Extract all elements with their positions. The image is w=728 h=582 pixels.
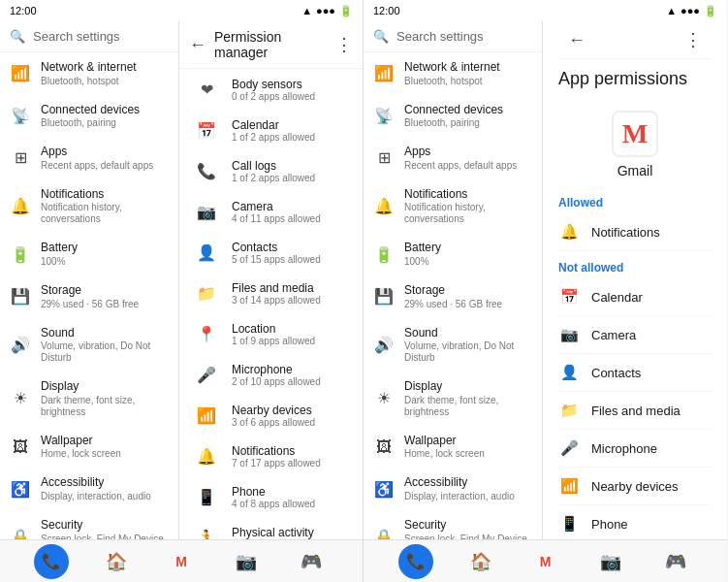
sidebar-item-right-battery[interactable]: 🔋 Battery 100% — [364, 233, 542, 275]
sidebar-item-battery[interactable]: 🔋 Battery 100% — [0, 233, 178, 275]
sidebar-item-sound[interactable]: 🔊 Sound Volume, vibration, Do Not Distur… — [0, 318, 178, 372]
status-bar-left: 12:00 ▲ ●●● 🔋 — [0, 0, 363, 21]
sidebar-item-right-display[interactable]: ☀ Display Dark theme, font size, brightn… — [364, 372, 542, 426]
text-accessibility: Accessibility Display, interaction, audi… — [41, 475, 151, 502]
perm-item-calendar[interactable]: 📅 Calendar 1 of 2 apps allowed — [179, 110, 363, 150]
sidebar-item-wallpaper[interactable]: 🖼 Wallpaper Home, lock screen — [0, 426, 178, 469]
nav-gmail-left[interactable]: M — [164, 544, 199, 579]
perm-item-phone[interactable]: 📱 Phone 4 of 8 apps allowed — [179, 476, 363, 517]
left-panel-split: 🔍 Search settings 📶 Network & internet B… — [0, 21, 363, 539]
app-name-label: Gmail — [617, 163, 653, 178]
text-right-battery: Battery 100% — [404, 241, 441, 268]
perm-icon-camera: 📷 — [193, 198, 220, 225]
sidebar-item-network[interactable]: 📶 Network & internet Bluetooth, hotspot — [0, 52, 178, 95]
sidebar-item-right-notifications[interactable]: 🔔 Notifications Notification history, co… — [364, 179, 542, 234]
nav-camera-left[interactable]: 📷 — [229, 544, 264, 579]
perm-item-files[interactable]: 📁 Files and media 3 of 14 apps allowed — [179, 273, 363, 313]
icon-battery: 🔋 — [10, 243, 31, 265]
not-allowed-item-nearby[interactable]: 📶 Nearby devices — [558, 468, 712, 505]
perm-item-body[interactable]: ❤ Body sensors 0 of 2 apps allowed — [179, 69, 363, 110]
not-allowed-label-camera: Camera — [591, 328, 636, 342]
not-allowed-icon-files: 📁 — [558, 400, 580, 421]
sidebar-item-right-connected[interactable]: 📡 Connected devices Bluetooth, pairing — [364, 95, 542, 138]
sidebar-item-right-sound[interactable]: 🔊 Sound Volume, vibration, Do Not Distur… — [364, 318, 542, 372]
permission-list: ❤ Body sensors 0 of 2 apps allowed 📅 Cal… — [179, 69, 363, 539]
sidebar-item-display[interactable]: ☀ Display Dark theme, font size, brightn… — [0, 372, 178, 426]
more-button-app-perm[interactable]: ⋮ — [684, 29, 702, 50]
perm-icon-nearby: 📶 — [193, 402, 220, 429]
perm-text-phone: Phone 4 of 8 apps allowed — [232, 485, 315, 509]
perm-item-contacts[interactable]: 👤 Contacts 5 of 15 apps allowed — [179, 232, 363, 273]
allowed-item-notif[interactable]: 🔔 Notifications — [558, 213, 712, 251]
sidebar-item-storage[interactable]: 💾 Storage 29% used · 56 GB free — [0, 275, 178, 318]
sidebar-item-accessibility[interactable]: ♿ Accessibility Display, interaction, au… — [0, 468, 178, 510]
perm-item-camera[interactable]: 📷 Camera 4 of 11 apps allowed — [179, 191, 363, 232]
not-allowed-icon-microphone: 🎤 — [558, 437, 580, 459]
gmail-icon: M — [612, 111, 658, 157]
sidebar-item-right-accessibility[interactable]: ♿ Accessibility Display, interaction, au… — [364, 468, 542, 510]
right-phone-panel: 12:00 ▲ ●●● 🔋 🔍 Search settings 📶 Networ… — [364, 0, 727, 582]
not-allowed-item-camera[interactable]: 📷 Camera — [558, 316, 712, 354]
perm-item-notifications[interactable]: 🔔 Notifications 7 of 17 apps allowed — [179, 436, 363, 476]
status-icons-left: ▲ ●●● 🔋 — [301, 5, 353, 17]
icon-apps: ⊞ — [10, 147, 31, 169]
perm-item-location[interactable]: 📍 Location 1 of 9 apps allowed — [179, 313, 363, 354]
perm-icon-location: 📍 — [193, 320, 220, 347]
text-right-accessibility: Accessibility Display, interaction, audi… — [404, 475, 515, 502]
perm-text-calendar: Calendar 1 of 2 apps allowed — [232, 118, 315, 143]
icon-right-sound: 🔊 — [373, 334, 395, 355]
perm-text-nearby: Nearby devices 3 of 6 apps allowed — [232, 404, 315, 428]
text-right-storage: Storage 29% used · 56 GB free — [404, 283, 502, 310]
not-allowed-item-phone[interactable]: 📱 Phone — [558, 505, 712, 539]
not-allowed-icon-camera: 📷 — [558, 324, 580, 345]
nav-games-right[interactable]: 🎮 — [658, 544, 693, 579]
perm-item-calllogs[interactable]: 📞 Call logs 1 of 2 apps allowed — [179, 150, 363, 191]
sidebar-item-connected[interactable]: 📡 Connected devices Bluetooth, pairing — [0, 95, 178, 138]
perm-icon-physical: 🏃 — [193, 524, 220, 539]
sidebar-item-notifications[interactable]: 🔔 Notifications Notification history, co… — [0, 179, 178, 234]
not-allowed-item-microphone[interactable]: 🎤 Microphone — [558, 430, 712, 468]
icon-accessibility: ♿ — [10, 478, 31, 500]
nav-home-left[interactable]: 🏠 — [99, 544, 134, 579]
nav-phone-left[interactable]: 📞 — [34, 544, 69, 579]
search-bar-left[interactable]: 🔍 Search settings — [0, 21, 178, 52]
not-allowed-label-contacts: Contacts — [591, 366, 641, 380]
perm-icon-calllogs: 📞 — [193, 157, 220, 184]
not-allowed-item-files[interactable]: 📁 Files and media — [558, 392, 712, 430]
perm-icon-microphone: 🎤 — [193, 361, 220, 388]
sidebar-item-right-security[interactable]: 🔒 Security Screen lock, Find My Device, … — [364, 510, 542, 539]
left-phone-panel: 12:00 ▲ ●●● 🔋 🔍 Search settings 📶 Networ… — [0, 0, 364, 582]
back-button-app-perm[interactable]: ← — [568, 30, 586, 50]
bottom-nav-right: 📞 🏠 M 📷 🎮 — [364, 539, 727, 582]
sidebar-item-right-wallpaper[interactable]: 🖼 Wallpaper Home, lock screen — [364, 426, 542, 469]
nav-phone-right[interactable]: 📞 — [398, 544, 433, 579]
icon-right-display: ☀ — [373, 388, 395, 409]
sidebar-item-apps[interactable]: ⊞ Apps Recent apps, default apps — [0, 137, 178, 179]
perm-text-body: Body sensors 0 of 2 apps allowed — [232, 78, 315, 102]
more-button-perm[interactable]: ⋮ — [335, 34, 353, 55]
sidebar-item-right-network[interactable]: 📶 Network & internet Bluetooth, hotspot — [364, 52, 542, 95]
perm-item-microphone[interactable]: 🎤 Microphone 2 of 10 apps allowed — [179, 354, 363, 395]
perm-text-files: Files and media 3 of 14 apps allowed — [232, 281, 321, 306]
perm-text-calllogs: Call logs 1 of 2 apps allowed — [232, 159, 315, 183]
search-bar-right[interactable]: 🔍 Search settings — [364, 21, 542, 52]
app-perm-detail: ← ⋮ App permissions M Gmail Allowed 🔔 No… — [543, 21, 727, 539]
nav-games-left[interactable]: 🎮 — [294, 544, 329, 579]
perm-item-nearby[interactable]: 📶 Nearby devices 3 of 6 apps allowed — [179, 395, 363, 436]
back-button-perm[interactable]: ← — [189, 35, 206, 55]
nav-gmail-right[interactable]: M — [528, 544, 563, 579]
sidebar-item-security[interactable]: 🔒 Security Screen lock, Find My Device, … — [0, 510, 178, 539]
not-allowed-item-contacts[interactable]: 👤 Contacts — [558, 354, 712, 392]
perm-item-physical[interactable]: 🏃 Physical activity 5 of 6 apps allowed — [179, 517, 363, 539]
nav-home-right[interactable]: 🏠 — [463, 544, 498, 579]
nav-camera-right[interactable]: 📷 — [593, 544, 628, 579]
not-allowed-item-calendar[interactable]: 📅 Calendar — [558, 278, 712, 316]
sidebar-item-right-storage[interactable]: 💾 Storage 29% used · 56 GB free — [364, 275, 542, 318]
perm-icon-notifications: 🔔 — [193, 442, 220, 469]
perm-text-contacts: Contacts 5 of 15 apps allowed — [232, 241, 321, 265]
sidebar-item-right-apps[interactable]: ⊞ Apps Recent apps, default apps — [364, 137, 542, 179]
settings-list-right: 📶 Network & internet Bluetooth, hotspot … — [364, 52, 542, 539]
text-apps: Apps Recent apps, default apps — [41, 145, 153, 172]
icon-connected: 📡 — [10, 105, 31, 126]
not-allowed-label-calendar: Calendar — [591, 290, 643, 305]
